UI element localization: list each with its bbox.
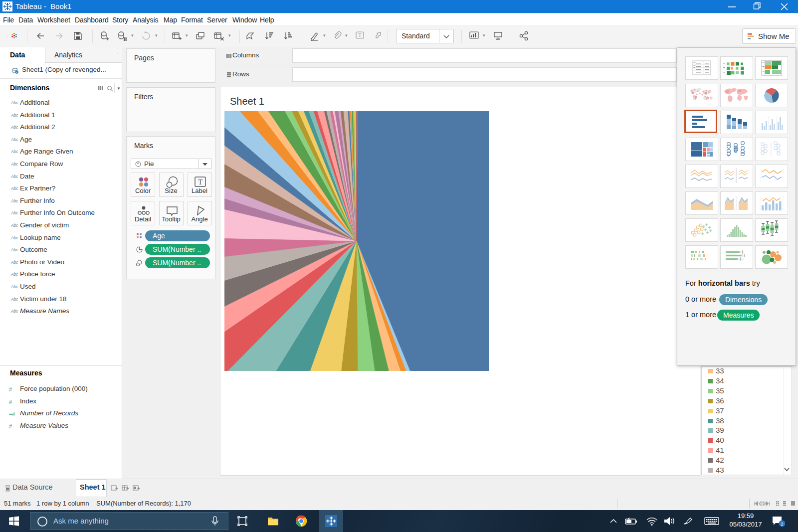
svg-text:T: T [358,32,361,38]
svg-text:T: T [198,178,202,186]
svg-text:2: 2 [781,522,783,527]
